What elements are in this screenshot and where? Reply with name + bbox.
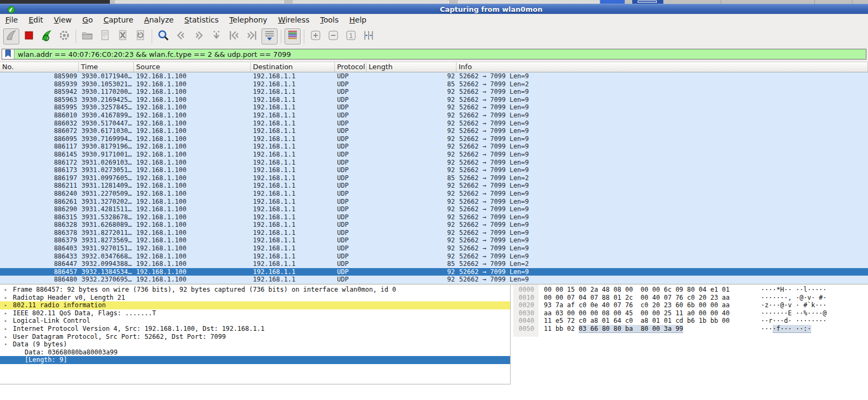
hex-row[interactable]: 002093 7a af c0 0e 40 07 76 c0 20 23 60 … <box>513 301 868 309</box>
menu-file[interactable]: File <box>0 14 23 26</box>
zoom-out-button[interactable] <box>325 28 341 45</box>
zoom-original-button[interactable]: 1 <box>343 28 359 45</box>
hex-bytes[interactable]: aa 03 00 00 00 08 00 45 00 00 25 11 a0 0… <box>544 309 730 317</box>
column-header-time[interactable]: Time <box>79 62 134 72</box>
menu-edit[interactable]: Edit <box>23 14 48 26</box>
packet-row[interactable]: 8859633930.2169425…192.168.1.100192.168.… <box>0 96 868 104</box>
packet-row[interactable]: 8863283931.6268089…192.168.1.100192.168.… <box>0 221 868 229</box>
menu-help[interactable]: Help <box>344 14 372 26</box>
hex-row[interactable]: 000000 00 15 00 2a 48 08 00 00 00 6c 09 … <box>513 286 868 294</box>
hex-bytes[interactable]: 11 e5 72 c0 a8 01 64 c0 a8 01 01 cd b6 1… <box>544 317 730 325</box>
menu-statistics[interactable]: Statistics <box>179 14 224 26</box>
hex-row[interactable]: 004011 e5 72 c0 a8 01 64 c0 a8 01 01 cd … <box>513 317 868 325</box>
packet-row[interactable]: 8862613931.3270202…192.168.1.100192.168.… <box>0 198 868 206</box>
packet-row[interactable]: 8861173930.8179196…192.168.1.100192.168.… <box>0 143 868 151</box>
collapsed-arrow-icon[interactable]: ▸ <box>4 333 11 341</box>
detail-row[interactable]: ▸Internet Protocol Version 4, Src: 192.1… <box>0 325 510 333</box>
detail-row[interactable]: ▸Frame 886457: 92 bytes on wire (736 bit… <box>0 286 510 294</box>
menu-tools[interactable]: Tools <box>315 14 345 26</box>
go-back-button[interactable] <box>173 28 189 45</box>
capture-options-button[interactable] <box>56 28 72 45</box>
zoom-in-button[interactable] <box>308 28 324 45</box>
menu-wireless[interactable]: Wireless <box>273 14 315 26</box>
packet-row[interactable]: 8863783931.8272011…192.168.1.100192.168.… <box>0 229 868 237</box>
packet-row[interactable]: 8859953930.3257845…192.168.1.100192.168.… <box>0 103 868 112</box>
collapsed-arrow-icon[interactable]: ▸ <box>4 325 11 333</box>
packet-row[interactable]: 8863793931.8273569…192.168.1.100192.168.… <box>0 236 868 245</box>
column-header-source[interactable]: Source <box>134 62 251 72</box>
column-header-info[interactable]: Info <box>457 62 868 72</box>
packet-row-selected[interactable]: 8864573932.1384534…192.168.1.100192.168.… <box>0 268 868 276</box>
packet-row[interactable]: 8860953930.7169994…192.168.1.100192.168.… <box>0 135 868 143</box>
column-header-length[interactable]: Length <box>366 62 457 72</box>
hex-ascii[interactable]: ····f··· ··:· <box>761 325 811 333</box>
collapsed-arrow-icon[interactable]: ▸ <box>4 286 11 294</box>
file-save-button[interactable] <box>97 28 113 45</box>
capture-stop-button[interactable] <box>21 28 37 45</box>
menu-go[interactable]: Go <box>77 14 98 26</box>
packet-row[interactable]: 8861733931.0273051…192.168.1.100192.168.… <box>0 166 868 174</box>
detail-row[interactable]: Data: 03668080ba80003a99 <box>0 349 510 357</box>
detail-row[interactable]: [Length: 9] <box>0 356 510 364</box>
detail-row[interactable]: ▸User Datagram Protocol, Src Port: 52662… <box>0 333 510 341</box>
menu-capture[interactable]: Capture <box>98 14 139 26</box>
packet-row[interactable]: 8859093930.0171940…192.168.1.100192.168.… <box>0 72 868 80</box>
packet-row[interactable]: 8862113931.1281409…192.168.1.100192.168.… <box>0 182 868 190</box>
packet-row[interactable]: 8860723930.6171030…192.168.1.100192.168.… <box>0 127 868 135</box>
hex-ascii[interactable]: ·······, ·@·v· #· <box>761 294 827 302</box>
go-first-button[interactable] <box>226 28 242 45</box>
packet-row[interactable]: 8864803932.2370695…192.168.1.100192.168.… <box>0 276 868 284</box>
capture-restart-button[interactable] <box>39 28 55 45</box>
packet-row[interactable]: 8864333932.0347668…192.168.1.100192.168.… <box>0 253 868 261</box>
hex-bytes[interactable]: 00 00 07 04 07 88 01 2c 00 40 07 76 c0 2… <box>544 294 730 302</box>
hex-bytes[interactable]: 00 00 15 00 2a 48 08 00 00 00 6c 09 80 0… <box>544 286 730 294</box>
detail-row[interactable]: ▾Data (9 bytes) <box>0 340 510 349</box>
packet-row[interactable]: 8860323930.5170447…192.168.1.100192.168.… <box>0 120 868 128</box>
find-packet-button[interactable] <box>155 28 171 45</box>
packet-row[interactable]: 8859393930.1053021…192.168.1.100192.168.… <box>0 80 868 88</box>
reload-button[interactable] <box>132 28 148 45</box>
packet-row[interactable]: 8861723931.0269103…192.168.1.100192.168.… <box>0 159 868 167</box>
hex-bytes[interactable]: 93 7a af c0 0e 40 07 76 c0 20 23 60 6b 0… <box>544 301 730 309</box>
auto-scroll-button[interactable] <box>261 28 278 45</box>
menu-view[interactable]: View <box>49 14 77 26</box>
packet-row[interactable]: 8862403931.2270509…192.168.1.100192.168.… <box>0 190 868 198</box>
hex-row[interactable]: 005011 bb 02 03 66 80 80 ba 80 00 3a 99·… <box>513 325 868 333</box>
file-open-button[interactable] <box>79 28 95 45</box>
packet-row[interactable]: 8860103930.4167899…192.168.1.100192.168.… <box>0 112 868 120</box>
packet-row[interactable]: 8863153931.5328678…192.168.1.100192.168.… <box>0 213 868 221</box>
detail-row[interactable]: ▸802.11 radio information <box>0 301 510 309</box>
packet-row[interactable]: 8859423930.1170200…192.168.1.100192.168.… <box>0 88 868 96</box>
detail-row[interactable]: ▸Radiotap Header v0, Length 21 <box>0 294 510 302</box>
capture-start-button[interactable] <box>3 28 19 45</box>
hex-row[interactable]: 001000 00 07 04 07 88 01 2c 00 40 07 76 … <box>513 294 868 302</box>
colorize-button[interactable] <box>285 28 301 45</box>
expanded-arrow-icon[interactable]: ▾ <box>4 340 11 349</box>
detail-row[interactable]: ▸IEEE 802.11 QoS Data, Flags: .......T <box>0 309 510 317</box>
go-to-packet-button[interactable] <box>208 28 225 45</box>
detail-row[interactable]: ▸Logical-Link Control <box>0 317 510 325</box>
resize-columns-button[interactable] <box>361 28 377 45</box>
file-close-button[interactable] <box>115 28 131 45</box>
collapsed-arrow-icon[interactable]: ▸ <box>4 301 11 309</box>
go-forward-button[interactable] <box>191 28 207 45</box>
collapsed-arrow-icon[interactable]: ▸ <box>4 309 11 317</box>
packet-row[interactable]: 8864033931.9270151…192.168.1.100192.168.… <box>0 245 868 253</box>
packet-row[interactable]: 8861453930.9171001…192.168.1.100192.168.… <box>0 151 868 159</box>
display-filter-input[interactable] <box>14 49 866 59</box>
hex-ascii[interactable]: ··r···d· ········ <box>761 317 827 325</box>
filter-bookmark-button[interactable] <box>2 49 14 59</box>
menu-telephony[interactable]: Telephony <box>224 14 273 26</box>
column-header-no[interactable]: No. <box>0 62 79 72</box>
go-last-button[interactable] <box>244 28 260 45</box>
packet-row[interactable]: 8862903931.4281511…192.168.1.100192.168.… <box>0 205 868 213</box>
menu-analyze[interactable]: Analyze <box>139 14 179 26</box>
hex-bytes[interactable]: 11 bb 02 03 66 80 80 ba 80 00 3a 99 <box>544 325 683 333</box>
hex-ascii[interactable]: ·······E ··%····@ <box>761 309 827 317</box>
hex-row[interactable]: 0030aa 03 00 00 00 08 00 45 00 00 25 11 … <box>513 309 868 317</box>
hex-ascii[interactable]: ····*H·· ··l····· <box>761 286 827 294</box>
column-header-destination[interactable]: Destination <box>251 62 335 72</box>
packet-row[interactable]: 8861973931.0997605…192.168.1.100192.168.… <box>0 174 868 182</box>
packet-row[interactable]: 8864473932.0994388…192.168.1.100192.168.… <box>0 260 868 268</box>
column-header-protocol[interactable]: Protocol <box>335 62 366 72</box>
